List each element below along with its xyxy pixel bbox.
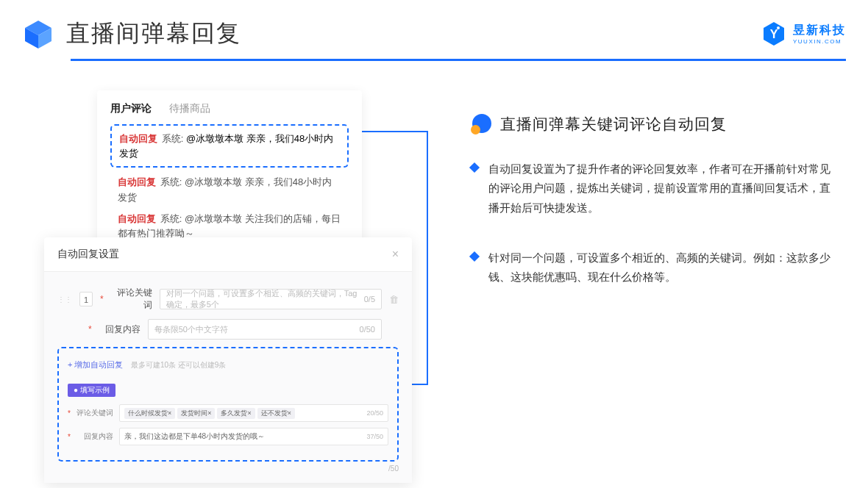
keyword-tag[interactable]: 发货时间× <box>177 408 215 419</box>
connector-line <box>360 131 428 132</box>
char-count: 20/50 <box>366 409 383 417</box>
system-label: 系统: <box>160 213 182 224</box>
highlighted-comment: 自动回复 系统: @冰墩墩本墩 亲亲，我们48小时内发货 <box>110 124 349 168</box>
keyword-tag[interactable]: 多久发货× <box>217 408 255 419</box>
keyword-tag[interactable]: 什么时候发货× <box>124 408 175 419</box>
logo-text-en: YUUXIN.COM <box>793 38 846 45</box>
connector-line <box>427 131 428 385</box>
example-highlight-box: + 增加自动回复 最多可建10条 还可以创建9条 ● 填写示例 * 评论关键词 … <box>57 347 399 462</box>
example-content-input[interactable]: 亲，我们这边都是下单48小时内发货的哦～ 37/50 <box>119 428 388 445</box>
bullet-text: 针对同一个问题，可设置多个相近的、高频的关键词。例如：这款多少钱、这块能优惠吗、… <box>488 248 831 287</box>
auto-reply-badge: 自动回复 <box>118 213 156 224</box>
svg-point-5 <box>777 26 780 29</box>
diamond-icon <box>469 251 480 262</box>
keyword-input[interactable]: 对同一个问题，可设置多个相近、高频的关键词，Tag确定，最多5个 0/5 <box>160 289 382 309</box>
example-keyword-input[interactable]: 什么时候发货× 发货时间× 多久发货× 还不发货× 20/50 <box>119 404 388 422</box>
required-star: * <box>88 324 92 334</box>
logo-text-cn: 昱新科技 <box>793 23 846 38</box>
char-count: 37/50 <box>366 433 383 440</box>
svg-text:Y: Y <box>770 28 778 40</box>
keyword-tag[interactable]: 还不发货× <box>257 408 295 419</box>
keyword-label: 评论关键词 <box>111 287 152 312</box>
trash-icon[interactable]: 🗑 <box>389 294 399 305</box>
add-hint: 最多可建10条 还可以创建9条 <box>131 361 226 369</box>
required-star: * <box>68 409 71 417</box>
system-label: 系统: <box>162 133 184 144</box>
system-label: 系统: <box>160 176 182 187</box>
bubble-icon <box>471 114 491 134</box>
example-content-label: 回复内容 <box>77 431 113 442</box>
example-badge: ● 填写示例 <box>68 384 115 397</box>
content-input[interactable]: 每条限50个中文字符 0/50 <box>148 319 382 340</box>
char-count: 0/50 <box>360 325 375 334</box>
bullet-text: 自动回复设置为了提升作者的评论回复效率，作者可在开播前针对常见的评论用户问题，提… <box>488 159 831 218</box>
comment-row: 自动回复 系统: @冰墩墩本墩 亲亲，我们48小时内发货 <box>110 175 349 206</box>
cube-icon <box>22 18 54 50</box>
bullet-item: 针对同一个问题，可设置多个相近的、高频的关键词。例如：这款多少钱、这块能优惠吗、… <box>471 248 846 287</box>
required-star: * <box>68 433 71 441</box>
bullet-item: 自动回复设置为了提升作者的评论回复效率，作者可在开播前针对常见的评论用户问题，提… <box>471 159 846 218</box>
auto-reply-settings-panel: 自动回复设置 × ⋮⋮ 1 * 评论关键词 对同一个问题，可设置多个相近、高频的… <box>44 237 412 483</box>
auto-reply-badge: 自动回复 <box>119 133 157 144</box>
diamond-icon <box>469 162 480 173</box>
required-star: * <box>100 294 104 304</box>
char-count: 0/5 <box>364 295 375 304</box>
add-auto-reply-link[interactable]: + 增加自动回复 <box>68 359 123 370</box>
example-keyword-label: 评论关键词 <box>77 408 113 418</box>
brand-logo: Y 昱新科技 YUUXIN.COM <box>761 21 846 47</box>
comments-card: 用户评论 待播商品 自动回复 系统: @冰墩墩本墩 亲亲，我们48小时内发货 自… <box>97 90 362 259</box>
close-icon[interactable]: × <box>392 248 399 261</box>
tab-pending-goods[interactable]: 待播商品 <box>169 102 210 115</box>
content-label: 回复内容 <box>99 323 140 336</box>
section-title: 直播间弹幕关键词评论自动回复 <box>500 114 727 134</box>
page-title: 直播间弹幕回复 <box>66 18 241 50</box>
panel-title: 自动回复设置 <box>57 248 119 261</box>
row-number: 1 <box>79 292 93 306</box>
char-count: /50 <box>57 464 399 473</box>
tab-user-comments[interactable]: 用户评论 <box>110 102 152 115</box>
auto-reply-badge: 自动回复 <box>118 176 156 187</box>
